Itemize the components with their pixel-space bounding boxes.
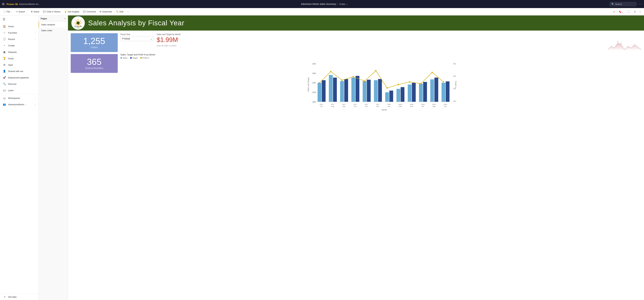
fullscreen-button[interactable]: ⛶⌄	[626, 10, 632, 14]
toolbar-more-button[interactable]: ···	[126, 10, 131, 14]
goals-icon: 🏆	[3, 57, 6, 60]
tenant-name: AdventureWorks Inc.	[19, 3, 39, 5]
share-button[interactable]: ⬆ Share	[29, 10, 41, 14]
svg-marker-13	[620, 42, 622, 44]
bar	[396, 89, 400, 102]
sidebar-item-apps[interactable]: ⊞ Apps	[0, 62, 38, 68]
edit-button[interactable]: ✏️ Edit	[114, 10, 125, 14]
bookmark-button[interactable]: 🔖⌄	[617, 10, 625, 14]
orders-label: Orders	[91, 46, 98, 49]
report-left-column: 1,255 Orders 365 Distinct Resellers	[71, 33, 118, 297]
svg-text:Aug: Aug	[331, 106, 334, 107]
bar	[378, 79, 382, 102]
bar	[419, 84, 423, 102]
svg-text:3%: 3%	[453, 88, 456, 90]
file-button[interactable]: 📄 File ⌄	[1, 10, 14, 14]
svg-text:2017: 2017	[342, 104, 346, 105]
sidebar-item-create[interactable]: ＋ Create	[0, 42, 38, 49]
adventureworks-icon: 👥	[3, 103, 6, 106]
star-button[interactable]: ☆	[638, 10, 643, 14]
bar	[408, 84, 412, 102]
get-insights-button[interactable]: 💡 Get insights	[62, 10, 81, 14]
sidebar-item-discover[interactable]: 🔍 Discover	[0, 81, 38, 87]
hamburger-menu[interactable]: ☰	[0, 16, 38, 23]
orders-value: 1,255	[83, 36, 105, 45]
svg-text:2017: 2017	[365, 104, 368, 105]
getdata-icon: ↗	[3, 295, 6, 298]
export-button[interactable]: ↦ Export ⌄	[14, 10, 29, 14]
brand-section: Power BI AdventureWorks Inc.	[6, 3, 39, 6]
fiscal-year-dropdown[interactable]: FY2018 ⌄	[120, 36, 154, 41]
favorites-icon: ☆	[3, 31, 6, 34]
bar	[385, 92, 389, 102]
profit-dot	[420, 83, 422, 84]
sidebar-item-workspaces[interactable]: 🗂 Workspaces ›	[0, 95, 38, 101]
brand-name: Power BI	[6, 3, 18, 6]
sidebar-item-learn[interactable]: 📖 Learn	[0, 87, 38, 94]
undo-button[interactable]: ↩	[612, 10, 617, 14]
sidebar-item-label: Create	[8, 44, 14, 47]
sidebar-item-deployment[interactable]: 🚀 Deployment pipelines	[0, 74, 38, 81]
refresh-button[interactable]: ↺	[632, 10, 637, 14]
search-box[interactable]: 🔍 Search	[610, 2, 636, 6]
svg-text:Sep: Sep	[342, 106, 346, 107]
sidebar-item-goals[interactable]: 🏆 Goals	[0, 55, 38, 62]
sidebar-item-shared[interactable]: 👤 Shared with me	[0, 68, 38, 74]
profit-dot	[398, 84, 399, 85]
page-item-sales-order[interactable]: Sales order	[38, 28, 68, 34]
svg-text:May: May	[432, 106, 436, 107]
fiscal-filter: Fiscal Year FY2018 ⌄	[120, 33, 154, 51]
sales-target-mini-section: Sales and Target by Month $1.99M↑ Goal: …	[157, 33, 641, 51]
create-icon: ＋	[3, 44, 6, 47]
resellers-label: Distinct Resellers	[85, 67, 103, 70]
bar	[446, 82, 450, 102]
target-legend-dot	[130, 57, 132, 59]
svg-text:Dec: Dec	[376, 106, 379, 107]
report-right-column: Fiscal Year FY2018 ⌄ Sales and Target by…	[120, 33, 641, 297]
svg-text:2017: 2017	[354, 104, 357, 105]
page-item-sales-analysis[interactable]: Sales analysis	[38, 22, 68, 28]
sidebar-item-label: Favorites	[8, 32, 17, 34]
svg-text:2018: 2018	[398, 104, 402, 105]
svg-text:WORKS: WORKS	[76, 27, 80, 28]
sidebar-item-datasets[interactable]: ▣ Datasets	[0, 49, 38, 55]
report-body: 1,255 Orders 365 Distinct Resellers Fisc…	[68, 30, 644, 300]
svg-text:Apr: Apr	[422, 106, 424, 107]
topbar: ⊞ Power BI AdventureWorks Inc. Adventure…	[0, 0, 644, 8]
sidebar-item-label: Learn	[8, 89, 14, 92]
pages-title: Pages	[41, 17, 47, 20]
comment-button[interactable]: 💬 Comment	[81, 10, 98, 14]
search-icon: 🔍	[612, 3, 614, 5]
legend-sales: Sales	[120, 57, 128, 59]
svg-text:2018: 2018	[410, 104, 413, 105]
recent-icon: 🕐	[3, 38, 6, 41]
sales-target-title: Sales and Target by Month	[157, 33, 641, 36]
edit-icon: ✏️	[116, 10, 119, 13]
report-title: Adventure Works Sales Summary	[301, 3, 336, 5]
bar	[356, 76, 359, 102]
pages-collapse-button[interactable]: ‹‹	[64, 17, 66, 20]
chart-svg: $4M $3M $2M $1M $0M 5% 4% 3% 2%	[120, 60, 641, 114]
chart-title: Sales, Target and Profit % by Month	[120, 54, 641, 56]
profit-dot	[353, 76, 354, 78]
sales-legend-dot	[120, 57, 122, 59]
sidebar-item-home[interactable]: 🏠 Home	[0, 23, 38, 30]
sidebar-item-favorites[interactable]: ☆ Favorites ›	[0, 30, 38, 36]
bar	[352, 78, 355, 102]
chat-in-teams-button[interactable]: 💬 Chat in Teams	[41, 10, 62, 14]
visibility-badge[interactable]: Public ⌄	[340, 3, 348, 5]
sidebar-item-getdata[interactable]: ↗ Get data	[0, 294, 38, 300]
grid-icon[interactable]: ⊞	[2, 2, 4, 6]
apps-icon: ⊞	[3, 63, 6, 66]
svg-text:Oct: Oct	[354, 106, 356, 107]
topbar-more-button[interactable]: ···	[638, 2, 642, 6]
svg-text:2018: 2018	[387, 104, 391, 105]
bar	[430, 80, 434, 102]
fiscal-year-label: Fiscal Year	[120, 33, 154, 36]
svg-text:Mar: Mar	[410, 106, 413, 107]
sidebar-item-label: Goals	[8, 57, 14, 60]
sidebar-item-adventureworks[interactable]: 👥 AdventureWorks ... ⌄	[0, 101, 38, 108]
subscribe-button[interactable]: ✉ Subscribe	[98, 10, 114, 14]
sidebar-item-recent[interactable]: 🕐 Recent ›	[0, 36, 38, 42]
bar	[363, 81, 366, 102]
